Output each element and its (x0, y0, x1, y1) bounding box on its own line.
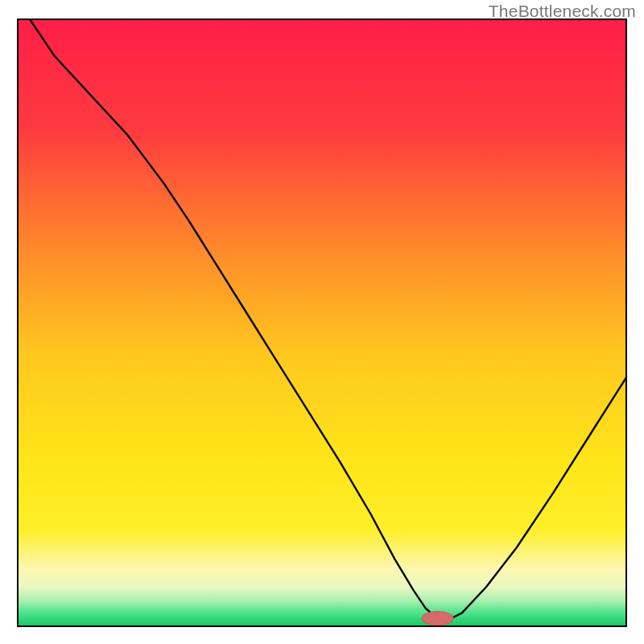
optimal-marker (422, 612, 453, 625)
bottleneck-chart (0, 0, 644, 644)
watermark-label: TheBottleneck.com (489, 2, 636, 21)
gradient-background (18, 19, 626, 626)
plot-area (18, 19, 626, 626)
chart-container: TheBottleneck.com (0, 0, 644, 644)
